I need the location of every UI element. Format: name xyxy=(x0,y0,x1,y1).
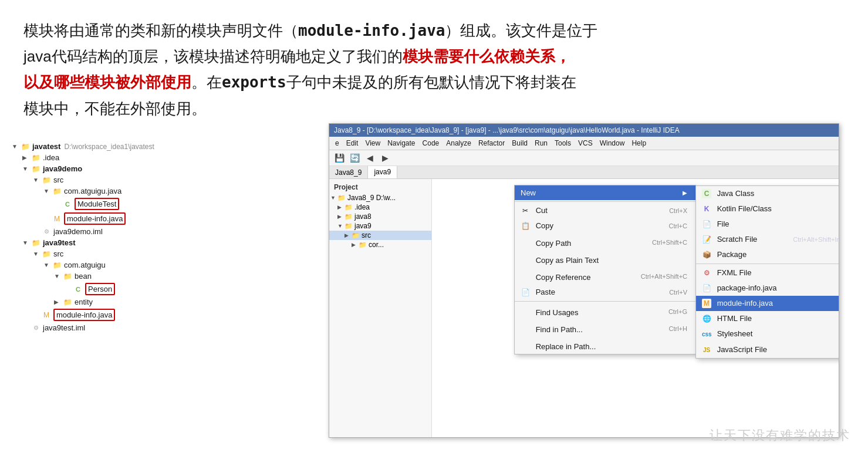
src1-arrow: ▼ xyxy=(33,177,41,183)
watermark: 让天下没有难学的技术 xyxy=(710,427,850,444)
ctx-copy-plain[interactable]: Copy as Plain Text xyxy=(515,251,695,268)
sub-file[interactable]: 📄 File xyxy=(696,217,839,232)
src2-icon: 📁 xyxy=(41,250,52,258)
menu-refactor[interactable]: Refactor xyxy=(475,138,508,148)
src2-label: src xyxy=(53,249,63,258)
java9demo-icon: 📁 xyxy=(31,165,41,173)
pt-src[interactable]: ▶ 📁 src xyxy=(329,231,431,240)
menu-code[interactable]: Code xyxy=(419,138,443,148)
ide-title-text: Java8_9 - [D:\workspace_idea\Java8_9] - … xyxy=(334,126,680,134)
tree-com-atguigu[interactable]: ▼ 📁 com.atguigu xyxy=(12,259,317,271)
toolbar-save-btn[interactable]: 💾 xyxy=(333,151,346,164)
ctx-cut[interactable]: ✂ Cut Ctrl+X xyxy=(515,203,695,218)
tree-idea[interactable]: ▶ 📁 .idea xyxy=(12,152,317,163)
menu-edit[interactable]: Edit xyxy=(343,138,362,148)
ide-body: Project ▼ 📁 Java8_9 D:\w... ▶ 📁 .idea ▶ … xyxy=(329,179,839,437)
ctx-paste-shortcut: Ctrl+V xyxy=(669,289,687,296)
idea-arrow: ▶ xyxy=(22,154,31,161)
root-folder-icon: 📁 xyxy=(20,143,31,151)
sub-fxml-label: FXML File xyxy=(717,268,752,277)
text-line1-end: ）组成。该文件是位于 xyxy=(445,22,597,39)
pt-idea[interactable]: ▶ 📁 .idea xyxy=(329,202,431,212)
toolbar-forward-btn[interactable]: ▶ xyxy=(379,151,391,164)
tree-java9demo-iml[interactable]: ⚙ java9demo.iml xyxy=(12,226,317,237)
tree-java9test-iml[interactable]: ⚙ java9test.iml xyxy=(12,322,317,333)
ctx-replace-in-path[interactable]: Replace in Path... xyxy=(515,337,695,354)
menu-e[interactable]: e xyxy=(332,138,343,148)
tree-src1[interactable]: ▼ 📁 src xyxy=(12,174,317,185)
menu-tools[interactable]: Tools xyxy=(551,138,575,148)
tab-java9[interactable]: java9 xyxy=(368,166,397,178)
pt-java9[interactable]: ▼ 📁 java9 xyxy=(329,221,431,231)
tree-src2[interactable]: ▼ 📁 src xyxy=(12,248,317,259)
text-line2: java代码结构的顶层，该模块描述符明确地定义了我们的 xyxy=(23,48,403,65)
java9demo-arrow: ▼ xyxy=(22,165,31,172)
ctx-paste[interactable]: 📄 Paste Ctrl+V xyxy=(515,285,695,300)
ctx-copy[interactable]: 📋 Copy Ctrl+C xyxy=(515,218,695,234)
ctx-cut-icon: ✂ xyxy=(521,206,530,215)
sub-html-label: HTML File xyxy=(717,314,752,323)
sub-js-label: JavaScript File xyxy=(717,345,767,354)
toolbar-sync-btn[interactable]: 🔄 xyxy=(348,151,361,164)
menu-vcs[interactable]: VCS xyxy=(575,138,596,148)
com-atguigu2-arrow: ▼ xyxy=(43,262,52,268)
menu-run[interactable]: Run xyxy=(531,138,551,148)
pt-java8-9-root[interactable]: ▼ 📁 Java8_9 D:\w... xyxy=(329,193,431,202)
sub-java-class-icon: C xyxy=(702,189,711,198)
tree-root[interactable]: ▼ 📁 javatest D:\workspace_idea1\javatest xyxy=(12,141,317,152)
toolbar-back-btn[interactable]: ◀ xyxy=(363,151,376,164)
pt-cor-arrow: ▶ xyxy=(352,242,359,248)
menu-navigate[interactable]: Navigate xyxy=(384,138,418,148)
pt-java8[interactable]: ▶ 📁 java8 xyxy=(329,212,431,221)
ctx-find-in-path[interactable]: Find in Path... Ctrl+H xyxy=(515,320,695,337)
sub-package-icon: 📦 xyxy=(702,250,711,259)
tree-module-info-1[interactable]: M module-info.java xyxy=(12,211,317,226)
sub-module-info[interactable]: M module-info.java xyxy=(696,296,839,311)
ide-main-area: New C Java Class K Kotlin File xyxy=(432,179,839,437)
menu-analyze[interactable]: Analyze xyxy=(443,138,475,148)
sub-scratch-file[interactable]: 📝 Scratch File Ctrl+Alt+Shift+Insert xyxy=(696,232,839,247)
menu-view[interactable]: View xyxy=(362,138,384,148)
java9demo-iml-label: java9demo.iml xyxy=(53,227,103,236)
sub-stylesheet[interactable]: css Stylesheet xyxy=(696,326,839,342)
java9test-arrow: ▼ xyxy=(22,239,31,246)
sub-javascript-file[interactable]: JS JavaScript File xyxy=(696,342,839,358)
ctx-find-usages[interactable]: Find Usages Ctrl+G xyxy=(515,303,695,320)
pt-cor[interactable]: ▶ 📁 cor... xyxy=(329,240,431,249)
sub-html-file[interactable]: 🌐 HTML File xyxy=(696,311,839,326)
sub-fxml[interactable]: ⚙ FXML File xyxy=(696,265,839,281)
tab-java8-9[interactable]: Java8_9 xyxy=(329,166,368,178)
tree-bean[interactable]: ▼ 📁 bean xyxy=(12,271,317,282)
ctx-new[interactable]: New C Java Class K Kotlin File xyxy=(515,185,695,200)
java9demo-iml-icon: ⚙ xyxy=(41,228,52,236)
sub-java-class[interactable]: C Java Class xyxy=(696,186,839,201)
bean-label: bean xyxy=(75,272,92,281)
tree-moduletest[interactable]: C ModuleTest xyxy=(12,197,317,211)
tree-com-atguigu-java[interactable]: ▼ 📁 com.atguigu.java xyxy=(12,185,317,197)
ctx-copy-path[interactable]: Copy Path Ctrl+Shift+C xyxy=(515,234,695,251)
sub-package-info[interactable]: 📄 package-info.java xyxy=(696,281,839,296)
ide-toolbar: 💾 🔄 ◀ ▶ xyxy=(329,150,839,166)
java9test-icon: 📁 xyxy=(31,239,41,247)
tree-entity[interactable]: ▶ 📁 entity xyxy=(12,296,317,308)
ctx-find-path-label: Find in Path... xyxy=(536,325,583,334)
sub-module-info-icon: M xyxy=(702,299,711,308)
highlight-red-2: 以及哪些模块被外部使用 xyxy=(23,73,191,91)
entity-icon: 📁 xyxy=(62,298,73,306)
tree-java9test[interactable]: ▼ 📁 java9test xyxy=(12,237,317,248)
tree-person[interactable]: C Person xyxy=(12,282,317,296)
menu-build[interactable]: Build xyxy=(508,138,531,148)
ctx-copy-reference[interactable]: Copy Reference Ctrl+Alt+Shift+C xyxy=(515,268,695,285)
tree-java9demo[interactable]: ▼ 📁 java9demo xyxy=(12,163,317,174)
sub-package[interactable]: 📦 Package xyxy=(696,247,839,262)
module-info2-icon: M xyxy=(41,311,52,319)
menu-window[interactable]: Window xyxy=(596,138,629,148)
menu-help[interactable]: Help xyxy=(628,138,650,148)
person-label: Person xyxy=(85,283,115,295)
bean-arrow: ▼ xyxy=(54,273,62,279)
ctx-copy-path-label: Copy Path xyxy=(536,239,572,248)
com-atguigu2-icon: 📁 xyxy=(52,261,62,269)
pt-java8-label: java8 xyxy=(354,212,371,221)
sub-kotlin-class[interactable]: K Kotlin File/Class xyxy=(696,201,839,217)
tree-module-info-2[interactable]: M module-info.java xyxy=(12,308,317,322)
